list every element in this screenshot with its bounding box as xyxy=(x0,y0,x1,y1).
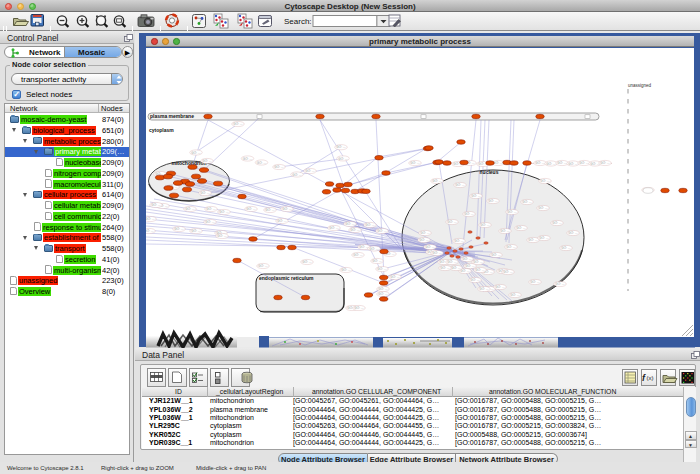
svg-text:GO: …: GO: … xyxy=(185,207,194,211)
svg-text:GO: …: GO: … xyxy=(410,161,419,165)
svg-text:GO: …: GO: … xyxy=(455,183,464,187)
svg-text:GO: …: GO: … xyxy=(217,234,226,238)
svg-text:GO: …: GO: … xyxy=(491,253,500,257)
svg-text:GO: …: GO: … xyxy=(420,231,429,235)
svg-text:GO: …: GO: … xyxy=(510,293,519,297)
svg-text:GO: …: GO: … xyxy=(528,238,537,242)
svg-text:GO: …: GO: … xyxy=(506,245,515,249)
svg-text:GO: …: GO: … xyxy=(465,264,474,268)
svg-text:GO: …: GO: … xyxy=(336,145,345,149)
svg-text:GO: …: GO: … xyxy=(535,161,544,165)
svg-text:GO: …: GO: … xyxy=(493,161,502,165)
svg-text:GO: …: GO: … xyxy=(464,212,473,216)
svg-text:GO: …: GO: … xyxy=(191,151,200,155)
svg-text:unassigned: unassigned xyxy=(628,83,652,88)
svg-text:GO: …: GO: … xyxy=(341,268,350,272)
svg-text:GO: …: GO: … xyxy=(540,179,549,183)
svg-text:GO: …: GO: … xyxy=(538,206,547,210)
svg-text:GO: …: GO: … xyxy=(200,191,209,195)
svg-text:GO: …: GO: … xyxy=(460,269,469,273)
svg-text:GO: …: GO: … xyxy=(473,260,482,264)
svg-text:GO: …: GO: … xyxy=(243,157,252,161)
svg-text:GO: …: GO: … xyxy=(372,259,381,263)
svg-text:GO: …: GO: … xyxy=(365,223,374,227)
svg-text:GO: …: GO: … xyxy=(274,165,283,169)
svg-text:GO: …: GO: … xyxy=(530,280,539,284)
svg-text:GO: …: GO: … xyxy=(329,226,338,230)
svg-text:(x): (x) xyxy=(647,375,654,381)
svg-text:GO: …: GO: … xyxy=(495,285,504,289)
svg-text:GO: …: GO: … xyxy=(205,220,214,224)
svg-text:GO: …: GO: … xyxy=(353,253,362,257)
svg-text:plasma membrane: plasma membrane xyxy=(150,113,194,119)
svg-text:GO: …: GO: … xyxy=(522,200,531,204)
svg-text:GO: …: GO: … xyxy=(503,270,512,274)
svg-text:GO: …: GO: … xyxy=(265,208,274,212)
svg-text:GO: …: GO: … xyxy=(480,223,489,227)
svg-text:GO: …: GO: … xyxy=(354,306,363,310)
svg-text:GO: …: GO: … xyxy=(546,162,555,166)
svg-text:GO: …: GO: … xyxy=(151,203,160,207)
svg-text:GO: …: GO: … xyxy=(470,278,479,282)
svg-text:endoplasmic reticulum: endoplasmic reticulum xyxy=(259,275,314,281)
svg-text:GO: …: GO: … xyxy=(377,229,386,233)
svg-text:cytoplasm: cytoplasm xyxy=(149,127,174,133)
svg-text:GO: …: GO: … xyxy=(447,260,456,264)
svg-text:GO: …: GO: … xyxy=(191,229,200,233)
svg-text:GO: …: GO: … xyxy=(377,267,386,271)
svg-text:GO: …: GO: … xyxy=(557,161,566,165)
svg-text:GO: …: GO: … xyxy=(277,219,286,223)
svg-text:GO: …: GO: … xyxy=(302,260,311,264)
svg-text:f: f xyxy=(642,373,646,383)
svg-text:GO: …: GO: … xyxy=(390,275,399,279)
svg-text:GO: …: GO: … xyxy=(568,162,577,166)
svg-text:GO: …: GO: … xyxy=(202,159,211,163)
svg-text:GO: …: GO: … xyxy=(257,161,266,165)
svg-text:GO: …: GO: … xyxy=(516,226,525,230)
svg-text:GO: …: GO: … xyxy=(282,207,291,211)
svg-text:GO: …: GO: … xyxy=(432,179,441,183)
svg-text:GO: …: GO: … xyxy=(552,221,561,225)
svg-text:GO: …: GO: … xyxy=(555,282,564,286)
svg-text:GO: …: GO: … xyxy=(174,227,183,231)
svg-text:GO: …: GO: … xyxy=(600,161,609,165)
svg-text:GO: …: GO: … xyxy=(219,210,228,214)
svg-text:GO: …: GO: … xyxy=(500,229,509,233)
svg-text:GO: …: GO: … xyxy=(561,246,570,250)
svg-text:GO: …: GO: … xyxy=(233,122,242,126)
svg-text:GO: …: GO: … xyxy=(440,266,449,270)
svg-text:GO: …: GO: … xyxy=(462,257,471,261)
svg-text:GO: …: GO: … xyxy=(206,207,215,211)
svg-text:GO: …: GO: … xyxy=(419,238,428,242)
svg-text:GO: …: GO: … xyxy=(447,220,456,224)
svg-text:GO: …: GO: … xyxy=(488,199,497,203)
svg-text:GO: …: GO: … xyxy=(432,251,441,255)
svg-text:GO: …: GO: … xyxy=(568,231,577,235)
svg-text:GO: …: GO: … xyxy=(246,207,255,211)
svg-text:GO: …: GO: … xyxy=(378,292,387,296)
svg-text:GO: …: GO: … xyxy=(451,266,460,270)
svg-text:GO: …: GO: … xyxy=(471,194,480,198)
svg-text:GO: …: GO: … xyxy=(590,162,599,166)
svg-text:GO: …: GO: … xyxy=(378,287,387,291)
svg-text:GO: …: GO: … xyxy=(258,264,267,268)
svg-text:GO: …: GO: … xyxy=(475,268,484,272)
svg-text:GO: …: GO: … xyxy=(579,161,588,165)
svg-text:GO: …: GO: … xyxy=(305,169,314,173)
svg-text:GO: …: GO: … xyxy=(146,217,155,221)
svg-text:GO: …: GO: … xyxy=(146,229,154,233)
svg-text:GO: …: GO: … xyxy=(292,173,301,177)
svg-text:GO: …: GO: … xyxy=(338,157,347,161)
svg-text:GO: …: GO: … xyxy=(369,247,378,251)
svg-text:GO: …: GO: … xyxy=(359,245,368,249)
svg-text:GO: …: GO: … xyxy=(539,236,548,240)
svg-text:GO: …: GO: … xyxy=(425,245,434,249)
svg-text:GO: …: GO: … xyxy=(507,210,516,214)
svg-text:GO: …: GO: … xyxy=(479,287,488,291)
svg-text:GO: …: GO: … xyxy=(350,228,359,232)
svg-text:GO: …: GO: … xyxy=(454,239,463,243)
svg-text:GO: …: GO: … xyxy=(345,222,354,226)
